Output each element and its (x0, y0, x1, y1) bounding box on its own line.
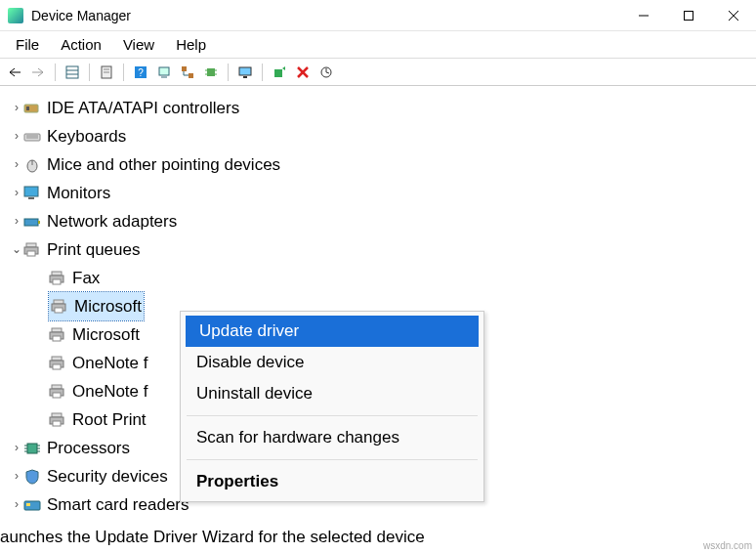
tree-label[interactable]: IDE ATA/ATAPI controllers (23, 94, 239, 122)
menu-separator (187, 459, 478, 460)
tree-label[interactable]: Fax (49, 264, 100, 292)
smartcard-icon (23, 496, 41, 514)
tree-label[interactable]: OneNote f (49, 349, 148, 377)
svg-rect-34 (24, 187, 38, 196)
properties-icon (100, 65, 113, 79)
menu-file[interactable]: File (6, 34, 49, 55)
tree-node[interactable]: ›Monitors (4, 179, 752, 207)
printer-icon (49, 270, 66, 287)
tree-label-text: OneNote f (72, 349, 148, 377)
chevron-right-icon[interactable]: › (10, 150, 23, 179)
tree-label[interactable]: Print queues (23, 235, 140, 264)
tree-node[interactable]: ›IDE ATA/ATAPI controllers (4, 94, 752, 122)
forward-button[interactable] (27, 62, 49, 83)
chevron-right-icon[interactable]: › (10, 490, 23, 519)
context-menu-item[interactable]: Properties (183, 466, 482, 497)
resources-by-type-button[interactable] (200, 62, 222, 83)
back-button[interactable] (4, 62, 25, 83)
chevron-right-icon[interactable]: › (10, 179, 23, 207)
menu-help[interactable]: Help (166, 34, 216, 55)
svg-rect-16 (207, 68, 215, 76)
refresh-icon (319, 65, 333, 79)
svg-rect-28 (26, 106, 29, 110)
svg-rect-55 (53, 393, 61, 398)
mouse-icon (23, 156, 41, 174)
tree-label-text: Processors (47, 434, 130, 462)
svg-rect-1 (685, 11, 693, 20)
chevron-right-icon[interactable]: › (10, 122, 23, 150)
close-button[interactable] (711, 0, 756, 31)
minimize-button[interactable] (621, 0, 666, 31)
chevron-right-icon[interactable]: › (10, 94, 23, 122)
menu-action[interactable]: Action (51, 34, 111, 55)
svg-rect-21 (239, 67, 251, 75)
tree-label-text: Security devices (47, 462, 168, 490)
context-menu-item[interactable]: Disable device (183, 347, 482, 378)
chevron-right-icon[interactable]: › (10, 462, 23, 490)
tree-node[interactable]: ›Mice and other pointing devices (4, 150, 752, 179)
svg-rect-40 (27, 251, 35, 256)
tree-label[interactable]: Security devices (23, 462, 168, 490)
help-button[interactable]: ? (130, 62, 151, 83)
chip-icon (204, 65, 218, 79)
tree-node[interactable]: ⌄Print queues (4, 235, 752, 264)
svg-rect-46 (55, 308, 63, 313)
printer-icon (49, 326, 66, 344)
tree-label-text: Monitors (47, 179, 110, 207)
chevron-right-icon[interactable]: › (10, 207, 23, 235)
tree-label[interactable]: Root Print (49, 405, 147, 434)
chevron-down-icon[interactable]: ⌄ (10, 235, 23, 264)
tree-label-text: Keyboards (47, 122, 126, 150)
tree-label-text: Root Print (72, 405, 147, 434)
tree-label[interactable]: Mice and other pointing devices (23, 150, 280, 179)
scan-hardware-button[interactable] (315, 62, 337, 83)
chevron-right-icon[interactable]: › (10, 434, 23, 462)
svg-rect-44 (54, 300, 63, 304)
menu-separator (187, 415, 478, 416)
tree-label[interactable]: Processors (23, 434, 130, 462)
tree-label[interactable]: Monitors (23, 179, 110, 207)
printer-icon (49, 355, 66, 372)
monitor-icon (23, 185, 41, 202)
context-menu-item[interactable]: Uninstall device (183, 378, 482, 409)
update-driver-button[interactable] (234, 62, 256, 83)
tree-node[interactable]: ›Network adapters (4, 207, 752, 235)
tree-label[interactable]: Keyboards (23, 122, 126, 150)
svg-rect-67 (26, 503, 30, 506)
svg-rect-53 (52, 385, 62, 389)
svg-rect-58 (53, 421, 61, 426)
ide-icon (23, 100, 41, 117)
tree-node[interactable]: Fax (4, 264, 752, 292)
help-icon: ? (134, 65, 147, 79)
svg-rect-41 (52, 272, 62, 276)
properties-button[interactable] (96, 62, 117, 83)
tree-label[interactable]: Microsoft (49, 292, 144, 320)
context-menu-item[interactable]: Scan for hardware changes (183, 422, 482, 453)
watermark: wsxdn.com (703, 540, 752, 551)
svg-rect-49 (53, 336, 61, 341)
uninstall-button[interactable] (292, 62, 314, 83)
tree-label[interactable]: Network adapters (23, 207, 177, 235)
tree-label[interactable]: OneNote f (49, 377, 148, 405)
maximize-button[interactable] (666, 0, 711, 31)
menubar: File Action View Help (0, 31, 756, 59)
context-menu-item[interactable]: Update driver (186, 316, 479, 347)
tree-label[interactable]: Microsoft (49, 320, 140, 349)
svg-rect-52 (53, 364, 61, 369)
printer-icon (49, 411, 66, 429)
devices-by-connection-button[interactable] (177, 62, 198, 83)
svg-rect-22 (243, 76, 247, 78)
keyboard-icon (23, 128, 41, 146)
printer-icon (51, 298, 68, 316)
tree-node[interactable]: ›Keyboards (4, 122, 752, 150)
computer-icon (157, 65, 171, 79)
menu-view[interactable]: View (113, 34, 164, 55)
tree-label[interactable]: Smart card readers (23, 490, 189, 519)
minimize-icon (638, 10, 650, 21)
tree-label-text: IDE ATA/ATAPI controllers (47, 94, 239, 122)
svg-rect-35 (28, 197, 34, 199)
enable-device-button[interactable] (269, 62, 290, 83)
devices-by-type-button[interactable] (153, 62, 175, 83)
show-hidden-button[interactable] (62, 62, 83, 83)
security-icon (23, 468, 41, 486)
